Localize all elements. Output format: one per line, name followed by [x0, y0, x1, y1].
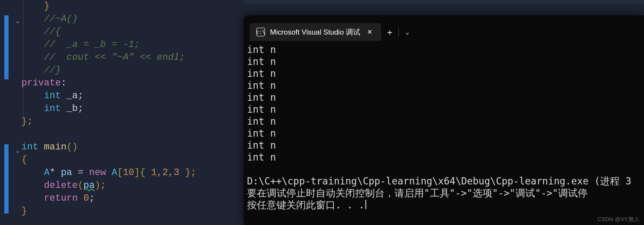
- terminal-tab[interactable]: c:\ Microsoft Visual Studio 调试 ✕: [250, 23, 381, 41]
- fold-mark-block2: [4, 144, 9, 213]
- terminal-output[interactable]: int n int n int n int n int n int n int …: [244, 41, 644, 213]
- code-number-list: 1,2,3: [151, 167, 179, 178]
- code-type-int: int: [44, 91, 61, 101]
- code-editor: ⌄ ⌄ } //~A() //{ // _a = _b = -1; // cou…: [0, 0, 244, 225]
- chevron-down-icon[interactable]: ⌄: [16, 17, 19, 24]
- watermark-text: CSDN @XY.散人: [597, 216, 640, 223]
- editor-gutter: ⌄ ⌄: [0, 0, 21, 225]
- code-brace: }: [21, 206, 27, 216]
- new-tab-button[interactable]: ＋: [381, 26, 398, 38]
- code-var-pa-squiggle: pa: [83, 180, 94, 191]
- code-number: 10: [123, 167, 134, 178]
- console-icon: c:\: [256, 28, 265, 36]
- code-area[interactable]: } //~A() //{ // _a = _b = -1; // cout <<…: [21, 0, 244, 225]
- code-keyword-return: return: [44, 193, 78, 204]
- code-comment: //}: [21, 65, 61, 76]
- chevron-down-icon[interactable]: ⌄: [399, 29, 416, 36]
- code-var: _b: [61, 103, 78, 114]
- code-token: }: [21, 1, 50, 12]
- code-var-pa: pa: [61, 167, 72, 178]
- terminal-tab-title: Microsoft Visual Studio 调试: [270, 27, 360, 37]
- code-type-int: int: [21, 142, 38, 152]
- code-func-main: main: [44, 142, 67, 152]
- code-keyword-delete: delete: [44, 180, 78, 191]
- terminal-titlebar[interactable]: c:\ Microsoft Visual Studio 调试 ✕ ＋ ⌄: [244, 15, 644, 41]
- close-icon[interactable]: ✕: [365, 26, 374, 38]
- code-type-int: int: [44, 103, 61, 114]
- code-type-A: A: [112, 167, 117, 178]
- code-var: _a: [61, 91, 78, 101]
- code-comment: //{: [21, 26, 61, 37]
- chevron-down-icon[interactable]: ⌄: [16, 147, 19, 154]
- code-comment: // cout << "~A" << endl;: [21, 52, 185, 63]
- code-comment: //~A(): [21, 14, 78, 24]
- code-comment: // _a = _b = -1;: [21, 39, 140, 50]
- code-type-A: A: [44, 167, 50, 178]
- text-cursor: [365, 200, 366, 209]
- indent-guide: [23, 0, 24, 128]
- terminal-window: c:\ Microsoft Visual Studio 调试 ✕ ＋ ⌄ int…: [244, 15, 644, 225]
- code-brace: {: [21, 155, 27, 165]
- code-keyword-new: new: [89, 167, 106, 178]
- code-keyword-private: private: [21, 78, 61, 88]
- fold-mark-block1: [4, 15, 9, 79]
- code-number: 0: [83, 193, 89, 204]
